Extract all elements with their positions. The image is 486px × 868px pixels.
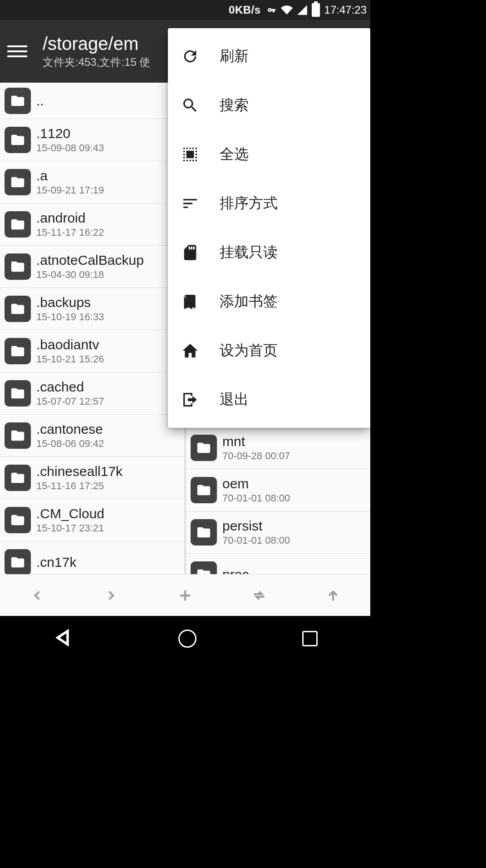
menu-label: 排序方式 xyxy=(220,193,278,213)
menu-label: 全选 xyxy=(220,144,249,164)
menu-label: 添加书签 xyxy=(220,292,278,312)
bookmark-add-icon xyxy=(181,292,200,311)
menu-item-sort[interactable]: 排序方式 xyxy=(168,179,370,228)
menu-item-search[interactable]: 搜索 xyxy=(168,81,370,130)
menu-item-exit[interactable]: 退出 xyxy=(168,375,370,424)
select-all-icon xyxy=(181,145,200,164)
home-icon xyxy=(181,341,200,360)
menu-label: 挂载只读 xyxy=(220,243,278,263)
menu-item-set_home[interactable]: 设为首页 xyxy=(168,326,370,375)
menu-label: 设为首页 xyxy=(220,341,278,361)
search-icon xyxy=(181,96,200,115)
menu-item-select_all[interactable]: 全选 xyxy=(168,130,370,179)
sd-card-icon xyxy=(181,243,200,262)
refresh-icon xyxy=(181,47,200,66)
menu-item-refresh[interactable]: 刷新 xyxy=(168,32,370,81)
menu-label: 搜索 xyxy=(220,95,249,115)
menu-label: 退出 xyxy=(220,390,249,410)
menu-label: 刷新 xyxy=(220,46,249,66)
exit-icon xyxy=(181,390,200,409)
menu-item-mount_ro[interactable]: 挂载只读 xyxy=(168,228,370,277)
overflow-menu: 刷新搜索全选排序方式挂载只读添加书签设为首页退出 xyxy=(168,28,370,428)
sort-icon xyxy=(181,194,200,213)
menu-item-bookmark[interactable]: 添加书签 xyxy=(168,277,370,326)
